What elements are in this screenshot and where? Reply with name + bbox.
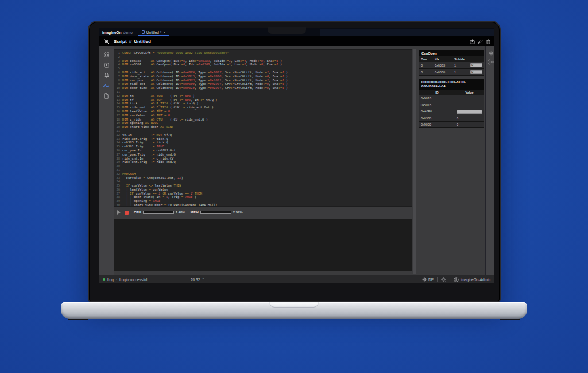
line-number: 30 bbox=[114, 164, 122, 168]
canopen-cell-subidx: 1 bbox=[452, 69, 469, 76]
cpu-value: 1.48% bbox=[176, 211, 185, 214]
status-bar: Log · Login successful 20:32 ^ DE bbox=[99, 275, 494, 283]
canopen-cell-input: 0 bbox=[469, 62, 484, 69]
code-line: 4DIM co6301 AS CanOpen( Bus:=0, Idx:=0x6… bbox=[114, 63, 412, 67]
tab-untitled[interactable]: Untitled * × bbox=[138, 28, 169, 36]
line-number: 2 bbox=[114, 55, 122, 59]
file-icon[interactable] bbox=[103, 93, 109, 99]
line-number: 39 bbox=[114, 199, 122, 203]
left-sidebar bbox=[99, 46, 114, 275]
service-cell-id: 0xA0F6 bbox=[419, 108, 455, 115]
chevron-up-icon[interactable]: ^ bbox=[202, 278, 204, 281]
user-menu[interactable]: imagineOn-Admin bbox=[454, 277, 490, 282]
user-icon bbox=[454, 277, 459, 282]
line-number: 9 bbox=[114, 82, 122, 86]
value-input-field[interactable]: 0 bbox=[470, 63, 482, 67]
app-window: imagineOn demo Untitled * × bbox=[99, 28, 494, 283]
value-input-field[interactable] bbox=[457, 110, 482, 114]
signal-icon[interactable] bbox=[103, 83, 109, 88]
line-number: 36 bbox=[114, 188, 122, 192]
service-column-header: ID bbox=[419, 90, 455, 95]
code-line: 17DIM curValue AS INT = 0 bbox=[114, 114, 412, 118]
value-input-field[interactable]: 0 bbox=[470, 70, 482, 74]
canopen-cell-bus: 0 bbox=[419, 62, 433, 69]
code-line: 21 bbox=[114, 129, 412, 133]
line-number: 38 bbox=[114, 195, 122, 199]
right-sidebar bbox=[485, 46, 494, 275]
run-icon[interactable] bbox=[117, 210, 121, 215]
canopen-table: BusIdxSubIdx 00x63831000x630010 bbox=[419, 56, 484, 76]
page-title-app: Script bbox=[114, 39, 127, 44]
page-title: Script // Untitled bbox=[114, 39, 151, 44]
service-cell-value: 0 bbox=[455, 121, 484, 127]
code-line: 40 │ │ start_time_door = TO_DINT(CURRENT… bbox=[114, 203, 412, 207]
code-line: 23ride_act.Trig := tick.Q bbox=[114, 137, 412, 141]
settings-icon[interactable] bbox=[488, 50, 494, 56]
language-switch[interactable]: DE bbox=[422, 277, 434, 282]
panel-splitter[interactable] bbox=[413, 49, 416, 274]
canopen-cell-subidx: 1 bbox=[452, 62, 469, 69]
line-number: 23 bbox=[114, 137, 122, 141]
table-row: 0x90000 bbox=[419, 121, 484, 127]
notifications-icon[interactable] bbox=[103, 72, 109, 78]
delete-icon[interactable] bbox=[486, 39, 491, 44]
code-line: 1CONST SrvCOLift = "00000000-0000-1002-8… bbox=[114, 51, 412, 55]
tab-close-icon[interactable]: × bbox=[163, 30, 165, 34]
service-cell-value bbox=[455, 95, 484, 102]
service-cell-id: 0x5015 bbox=[419, 102, 455, 108]
code-line: 10DIM door_time AS Coldmove( ID:=0x9010,… bbox=[114, 86, 412, 90]
tab-title: Untitled * bbox=[146, 30, 161, 34]
stop-icon[interactable] bbox=[125, 211, 129, 215]
table-row: 0x9010 bbox=[419, 95, 484, 102]
log-label[interactable]: Log bbox=[107, 278, 114, 282]
line-number: 14 bbox=[114, 102, 122, 106]
code-line: 20DIM start_time_door AS DINT bbox=[114, 125, 412, 129]
export-icon[interactable] bbox=[470, 39, 475, 44]
line-number: 25 bbox=[114, 145, 122, 149]
line-number: 37 bbox=[114, 192, 122, 196]
line-number: 13 bbox=[114, 98, 122, 102]
canopen-panel-title: CanOpen bbox=[419, 50, 484, 56]
cpu-progressbar bbox=[143, 211, 174, 214]
app-logo-icon bbox=[103, 38, 110, 45]
code-line: 29ride_cnt.Trig := ride_end.Q bbox=[114, 160, 412, 164]
code-line: 6DIM ride_act AS Coldmove( ID:=0xA0F6, T… bbox=[114, 71, 412, 75]
language-label: DE bbox=[428, 278, 434, 282]
table-row: 00x630010 bbox=[419, 69, 484, 76]
service-panel-title: 00000000-0000-1002-8100- 006d0099ab54 bbox=[419, 79, 484, 90]
page-title-doc: Untitled bbox=[134, 39, 151, 44]
panels-icon[interactable] bbox=[103, 62, 109, 68]
clock-time: 20:32 bbox=[191, 278, 200, 282]
connections-icon[interactable] bbox=[488, 59, 494, 65]
line-number: 29 bbox=[114, 160, 122, 164]
code-line: 34 bbox=[114, 180, 412, 184]
page-title-separator: // bbox=[129, 39, 131, 44]
service-guid-line2: 006d0099ab54 bbox=[421, 84, 482, 88]
code-editor[interactable]: 1CONST SrvCOLift = "00000000-0000-1002-8… bbox=[114, 49, 412, 207]
app-brand: imagineOn demo bbox=[102, 30, 133, 34]
service-cell-id: 0x6383 bbox=[419, 115, 455, 121]
canopen-column-header: Idx bbox=[433, 56, 452, 62]
table-row: 0x5015 bbox=[419, 102, 484, 108]
cpu-label: CPU bbox=[134, 211, 141, 214]
apps-icon[interactable] bbox=[103, 52, 109, 57]
line-number: 22 bbox=[114, 133, 122, 137]
theme-sun-icon[interactable] bbox=[441, 277, 446, 282]
line-number: 21 bbox=[114, 129, 122, 133]
service-table: IDValue 0x90100x50150xA0F60x638300x90000 bbox=[419, 90, 484, 128]
mem-label: MEM bbox=[191, 211, 199, 214]
statusbar-divider bbox=[437, 277, 438, 282]
table-row: 0x63830 bbox=[419, 115, 484, 121]
code-line: 18DIM c_ride AS CTU ( CU := ride_end.Q ) bbox=[114, 118, 412, 122]
code-line: 22tn.IN := NOT tf.Q bbox=[114, 133, 412, 137]
output-console[interactable] bbox=[114, 219, 412, 271]
canopen-column-header: Bus bbox=[419, 56, 433, 62]
code-line: 5 bbox=[114, 67, 412, 71]
line-number: 19 bbox=[114, 121, 122, 125]
code-line: 19DIM opening AS BOOL bbox=[114, 121, 412, 125]
service-cell-value bbox=[455, 108, 484, 115]
camera-notch bbox=[268, 27, 306, 34]
edit-icon[interactable] bbox=[478, 39, 483, 44]
service-cell-id: 0x9000 bbox=[419, 121, 455, 127]
statusbar-divider bbox=[450, 277, 450, 282]
